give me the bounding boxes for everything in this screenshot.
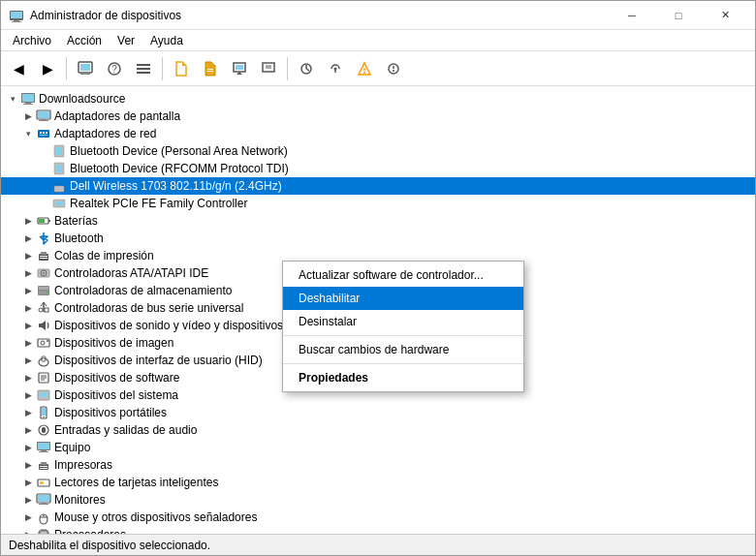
svg-rect-11 [137,68,150,70]
toolbar-btn-2[interactable]: ? [101,55,128,82]
toolbar-btn-9[interactable] [322,55,349,82]
tree-item-dell-wireless[interactable]: Dell Wireless 1703 802.11b/g/n (2.4GHz) [1,177,755,195]
tree-item-mouse[interactable]: ▶ Mouse y otros dispositivos señaladores [1,509,755,526]
svg-rect-2 [14,20,19,21]
expand-downloadsource[interactable]: ▾ [5,91,20,107]
svg-rect-88 [41,462,47,465]
tree-item-bluetooth-rfcomm[interactable]: Bluetooth Device (RFCOMM Protocol TDI) [1,160,755,177]
tree-item-adaptadores-red[interactable]: ▾ Adaptadores de red [1,125,755,142]
toolbar-btn-7[interactable] [255,55,282,82]
tree-label-sistema: Dispositivos del sistema [54,388,178,402]
tree-item-adaptadores-pantalla[interactable]: ▶ Adaptadores de pantalla [1,108,755,125]
expand-impresoras[interactable]: ▶ [20,457,36,473]
forward-button[interactable]: ▶ [34,55,61,82]
ctx-actualizar-software[interactable]: Actualizar software de controlador... [283,263,523,287]
tree-item-baterias[interactable]: ▶ Baterías [1,212,755,230]
toolbar-btn-10[interactable] [351,55,378,82]
menu-accion[interactable]: Acción [59,30,110,51]
expand-bus-serie[interactable]: ▶ [20,300,36,316]
expand-software[interactable]: ▶ [20,370,36,386]
expand-imagen[interactable]: ▶ [20,335,36,351]
close-button[interactable]: ✕ [703,1,747,30]
tree-item-impresoras[interactable]: ▶ Impresoras [1,456,755,474]
maximize-button[interactable]: □ [656,1,701,30]
expand-entradas-audio[interactable]: ▶ [20,422,36,438]
ctx-desinstalar[interactable]: Desinstalar [283,310,523,333]
toolbar-btn-5[interactable] [197,55,224,82]
svg-rect-50 [55,201,63,205]
svg-rect-32 [22,94,34,102]
svg-rect-86 [39,451,48,452]
tree-item-entradas-audio[interactable]: ▶ Entradas y salidas de audio [1,421,755,439]
expand-portatiles[interactable]: ▶ [20,405,36,420]
tree-label-bus-serie: Controladoras de bus serie universal [54,301,243,315]
svg-rect-41 [43,132,45,134]
bluetooth-icon [36,231,51,246]
tree-label-bt-rfcomm: Bluetooth Device (RFCOMM Protocol TDI) [70,162,289,175]
tree-item-portatiles[interactable]: ▶ Dispositivos portátiles [1,404,755,421]
svg-rect-5 [80,64,90,71]
ctx-propiedades[interactable]: Propiedades [283,366,523,389]
svg-rect-92 [40,481,44,484]
tree-label-ata: Controladoras ATA/ATAPI IDE [54,266,208,280]
device-tree[interactable]: ▾ Downloadsource ▶ Adaptadores de pantal… [1,86,755,534]
expand-almacenamiento[interactable]: ▶ [20,283,36,298]
tree-item-bluetooth[interactable]: ▶ Bluetooth [1,230,755,247]
svg-rect-52 [48,220,50,222]
toolbar-btn-3[interactable] [130,55,157,82]
svg-rect-12 [137,72,150,74]
expand-adaptadores-red[interactable]: ▾ [20,126,36,141]
window-controls: ─ □ ✕ [610,1,747,30]
svg-rect-96 [39,504,48,505]
tree-label-bt-pan: Bluetooth Device (Personal Area Network) [70,144,288,158]
tree-label-lectores: Lectores de tarjetas inteligentes [54,476,218,489]
expand-monitores[interactable]: ▶ [20,492,36,508]
tree-item-procesadores[interactable]: ▶ Procesadores [1,526,755,534]
no-expand-bt-pan [36,143,51,159]
expand-ata[interactable]: ▶ [20,265,36,281]
context-menu: Actualizar software de controlador... De… [282,261,524,392]
tree-item-realtek[interactable]: Realtek PCIe FE Family Controller [1,195,755,212]
toolbar-btn-6[interactable] [226,55,253,82]
tree-item-equipo[interactable]: ▶ Equipo [1,439,755,456]
expand-colas[interactable]: ▶ [20,248,36,263]
tree-item-bluetooth-pan[interactable]: Bluetooth Device (Personal Area Network) [1,142,755,160]
ctx-deshabilitar[interactable]: Deshabilitar [283,287,523,310]
expand-lectores[interactable]: ▶ [20,475,36,490]
minimize-button[interactable]: ─ [610,1,654,30]
ctx-buscar-cambios[interactable]: Buscar cambios de hardware [283,338,523,361]
no-expand-dell [36,178,51,194]
toolbar-btn-1[interactable] [72,55,99,82]
menu-ver[interactable]: Ver [110,30,142,51]
svg-rect-6 [82,73,88,74]
menu-ayuda[interactable]: Ayuda [142,30,191,51]
mouse-icon [36,510,51,525]
network-card-icon [51,196,67,211]
expand-equipo[interactable]: ▶ [20,440,36,455]
expand-adaptadores-pantalla[interactable]: ▶ [20,108,36,124]
tree-item-lectores[interactable]: ▶ Lectores de tarjetas inteligentes [1,474,755,491]
tree-label-adaptadores-pantalla: Adaptadores de pantalla [54,109,180,123]
svg-rect-56 [40,256,47,257]
expand-sistema[interactable]: ▶ [20,387,36,403]
toolbar-btn-11[interactable] [380,55,407,82]
expand-mouse[interactable]: ▶ [20,510,36,525]
tree-label-equipo: Equipo [54,441,90,454]
svg-rect-57 [40,258,47,259]
tree-label-dell-wireless: Dell Wireless 1703 802.11b/g/n (2.4GHz) [70,179,282,193]
expand-hid[interactable]: ▶ [20,353,36,368]
svg-rect-14 [207,71,213,72]
tree-item-monitores[interactable]: ▶ Monitores [1,491,755,509]
tree-label-imagen: Dispositivos de imagen [54,336,173,350]
svg-point-27 [363,72,365,74]
expand-bluetooth[interactable]: ▶ [20,231,36,246]
tree-item-downloadsource[interactable]: ▾ Downloadsource [1,90,755,108]
toolbar-btn-4[interactable] [168,55,195,82]
expand-procesadores[interactable]: ▶ [20,527,36,534]
toolbar-btn-8[interactable] [293,55,320,82]
expand-baterias[interactable]: ▶ [20,213,36,229]
expand-sonido[interactable]: ▶ [20,318,36,333]
menu-archivo[interactable]: Archivo [5,30,59,51]
print-queue-icon [36,248,51,263]
back-button[interactable]: ◀ [5,55,32,82]
